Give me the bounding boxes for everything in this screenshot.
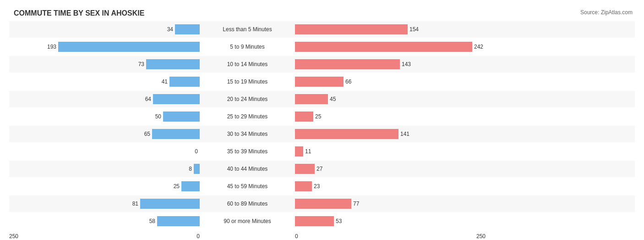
left-bar-wrap: 58	[9, 216, 200, 226]
chart-title: COMMUTE TIME BY SEX IN AHOSKIE	[9, 9, 635, 17]
male-bar	[169, 77, 200, 87]
right-section: 27	[293, 164, 486, 174]
right-section: 143	[293, 59, 486, 69]
left-bar-wrap: 50	[9, 112, 200, 122]
female-bar	[295, 216, 334, 226]
row-label: 10 to 14 Minutes	[202, 61, 293, 67]
male-value: 41	[156, 78, 168, 85]
axis-tick-left-min: 0	[196, 233, 200, 240]
male-value: 34	[162, 26, 173, 33]
chart-container: COMMUTE TIME BY SEX IN AHOSKIE Source: Z…	[0, 5, 644, 240]
right-section: 25	[293, 112, 486, 122]
bar-row: 58 90 or more Minutes 53	[9, 213, 635, 229]
female-bar	[295, 42, 472, 52]
left-bar-wrap: 34	[9, 24, 200, 34]
male-bar	[163, 112, 200, 122]
row-label: 20 to 24 Minutes	[202, 96, 293, 102]
female-bar	[295, 181, 312, 191]
row-label: 35 to 39 Minutes	[202, 148, 293, 155]
left-section: 50	[9, 112, 202, 122]
row-label: 40 to 44 Minutes	[202, 166, 293, 172]
axis-right: 0 250	[293, 233, 486, 240]
female-value: 141	[400, 131, 412, 137]
left-section: 41	[9, 77, 202, 87]
bar-row: 193 5 to 9 Minutes 242	[9, 39, 635, 55]
bar-row: 65 30 to 34 Minutes 141	[9, 126, 635, 142]
male-value: 58	[144, 218, 155, 224]
row-label: 30 to 34 Minutes	[202, 131, 293, 137]
left-section: 25	[9, 181, 202, 191]
bar-row: 50 25 to 29 Minutes 25	[9, 108, 635, 125]
row-label: 90 or more Minutes	[202, 218, 293, 224]
male-bar	[140, 199, 200, 209]
left-section: 73	[9, 59, 202, 69]
female-value: 77	[353, 201, 365, 207]
row-label: 45 to 59 Minutes	[202, 183, 293, 190]
bar-row: 34 Less than 5 Minutes 154	[9, 21, 635, 38]
female-bar	[295, 164, 315, 174]
male-value: 193	[45, 44, 56, 50]
female-value: 154	[409, 26, 421, 33]
row-label: 15 to 19 Minutes	[202, 78, 293, 85]
female-bar	[295, 146, 303, 156]
female-value: 53	[336, 218, 347, 224]
axis-row: 250 0 0 250	[9, 233, 635, 240]
female-value: 45	[330, 96, 341, 102]
left-section: 34	[9, 24, 202, 34]
left-section: 193	[9, 42, 202, 52]
male-bar	[146, 59, 200, 69]
left-section: 65	[9, 129, 202, 139]
female-bar	[295, 112, 313, 122]
male-bar	[181, 181, 200, 191]
female-value: 27	[317, 166, 328, 172]
left-bar-wrap: 8	[9, 164, 200, 174]
right-section: 141	[293, 129, 486, 139]
male-bar	[194, 164, 200, 174]
chart-area: 34 Less than 5 Minutes 154 193 5 to 9 Mi…	[9, 21, 635, 229]
left-bar-wrap: 193	[9, 42, 200, 52]
male-value: 0	[186, 148, 198, 155]
female-value: 23	[314, 183, 325, 190]
left-bar-wrap: 73	[9, 59, 200, 69]
right-section: 154	[293, 24, 486, 34]
axis-left: 250 0	[9, 233, 202, 240]
right-section: 45	[293, 94, 486, 104]
left-bar-wrap: 64	[9, 94, 200, 104]
row-label: 60 to 89 Minutes	[202, 201, 293, 207]
bar-row: 73 10 to 14 Minutes 143	[9, 56, 635, 73]
source-label: Source: ZipAtlas.com	[580, 9, 633, 16]
male-bar	[58, 42, 200, 52]
right-section: 23	[293, 181, 486, 191]
bar-row: 81 60 to 89 Minutes 77	[9, 195, 635, 212]
female-value: 25	[315, 113, 327, 120]
right-section: 242	[293, 42, 486, 52]
left-section: 81	[9, 199, 202, 209]
female-bar	[295, 199, 351, 209]
bar-row: 8 40 to 44 Minutes 27	[9, 161, 635, 177]
male-value: 25	[168, 183, 180, 190]
female-value: 143	[402, 61, 413, 67]
right-section: 66	[293, 77, 486, 87]
left-section: 8	[9, 164, 202, 174]
axis-tick-right-min: 0	[295, 233, 298, 240]
left-bar-wrap: 0	[9, 146, 200, 156]
left-section: 58	[9, 216, 202, 226]
row-label: 25 to 29 Minutes	[202, 113, 293, 120]
female-bar	[295, 129, 398, 139]
right-section: 77	[293, 199, 486, 209]
left-section: 0	[9, 146, 202, 156]
male-bar	[152, 129, 200, 139]
female-bar	[295, 94, 328, 104]
left-bar-wrap: 41	[9, 77, 200, 87]
male-bar	[153, 94, 200, 104]
female-bar	[295, 59, 400, 69]
left-bar-wrap: 65	[9, 129, 200, 139]
axis-tick-left-max: 250	[9, 233, 18, 240]
male-value: 73	[133, 61, 144, 67]
axis-tick-right-max: 250	[476, 233, 486, 240]
male-bar	[157, 216, 200, 226]
female-value: 66	[345, 78, 357, 85]
right-section: 53	[293, 216, 486, 226]
male-bar	[175, 24, 200, 34]
right-section: 11	[293, 146, 486, 156]
